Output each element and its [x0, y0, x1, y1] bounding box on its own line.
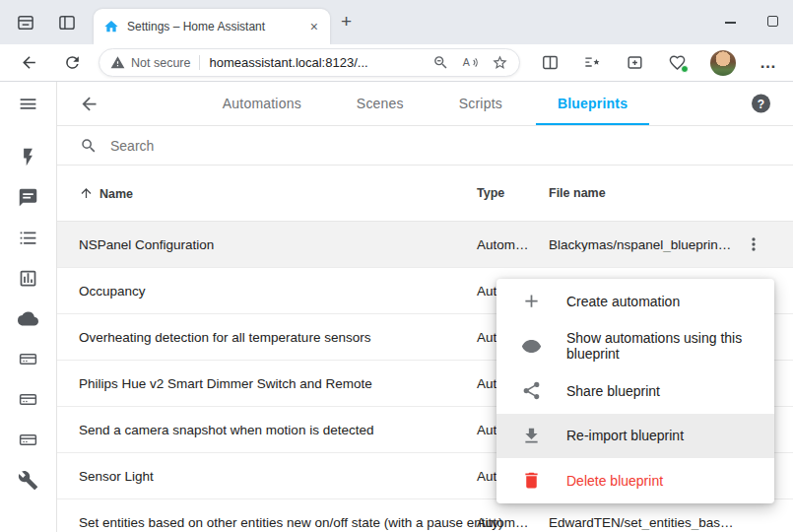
screen: Settings – Home Assistant × + Not secure… — [0, 0, 793, 532]
menu-item-label: Re-import blueprint — [566, 428, 684, 443]
table-header: Name Type File name — [57, 166, 793, 222]
browser-navbar: Not secure homeassistant.local:8123/... … — [0, 44, 793, 82]
search-placeholder: Search — [110, 138, 154, 154]
browser-menu-icon[interactable]: … — [760, 53, 777, 73]
sidebar-cloud-icon[interactable] — [18, 308, 38, 329]
row-type: Autom… — [477, 515, 529, 530]
security-label: Not secure — [131, 56, 190, 70]
row-name: Set entities based on other entities new… — [79, 515, 503, 530]
browser-tab[interactable]: Settings – Home Assistant × — [94, 9, 330, 44]
column-header-name[interactable]: Name — [79, 186, 133, 201]
blueprint-context-menu: Create automation Show automations using… — [496, 279, 774, 503]
help-icon[interactable]: ? — [752, 95, 770, 113]
tab-scenes[interactable]: Scenes — [329, 82, 431, 125]
tab-title: Settings – Home Assistant — [127, 20, 300, 33]
tab-scripts[interactable]: Scripts — [431, 82, 530, 125]
address-bar[interactable]: Not secure homeassistant.local:8123/... … — [99, 48, 520, 77]
tab-close-icon[interactable]: × — [308, 19, 320, 34]
sidebar-server-icon-3[interactable] — [18, 430, 38, 450]
sidebar-chat-icon[interactable] — [18, 187, 38, 208]
row-name: Sensor Light — [79, 469, 154, 484]
menu-item-label: Delete blueprint — [566, 473, 663, 489]
table-row[interactable]: NSPanel Configuration Autom… Blackymas/n… — [57, 222, 793, 268]
row-name: Send a camera snapshot when motion is de… — [79, 423, 373, 437]
browser-back-icon[interactable] — [20, 53, 38, 72]
address-divider — [199, 55, 200, 70]
workspaces-icon[interactable] — [16, 13, 35, 33]
collections-icon[interactable] — [626, 53, 644, 72]
home-assistant-favicon — [103, 19, 119, 34]
share-icon — [521, 380, 542, 401]
tab-automations[interactable]: Automations — [195, 82, 329, 125]
column-header-file[interactable]: File name — [549, 186, 606, 200]
tab-label: Scripts — [459, 96, 502, 111]
refresh-icon[interactable] — [63, 53, 82, 72]
svg-text:A: A — [463, 56, 471, 68]
sidebar-list-icon[interactable] — [18, 228, 38, 248]
window-minimize-button[interactable] — [725, 22, 736, 24]
menu-item-label: Show automations using this blueprint — [566, 330, 774, 362]
menu-item-create-automation[interactable]: Create automation — [496, 279, 774, 324]
menu-item-share-blueprint[interactable]: Share blueprint — [496, 368, 774, 414]
essentials-status-dot — [681, 65, 689, 73]
sidebar-flash-icon[interactable] — [18, 147, 38, 167]
menu-item-reimport-blueprint[interactable]: Re-import blueprint — [496, 414, 774, 459]
browser-toolbar: … — [541, 50, 777, 76]
not-secure-warning-icon — [110, 55, 125, 70]
ha-back-icon[interactable] — [79, 94, 99, 114]
vertical-tabs-icon[interactable] — [57, 13, 77, 33]
row-name: Overheating detection for all temperatur… — [79, 330, 370, 345]
hamburger-menu-icon[interactable] — [18, 94, 38, 114]
sort-ascending-icon — [79, 186, 94, 201]
sidebar-server-icon-1[interactable] — [18, 349, 38, 369]
read-aloud-icon[interactable]: A — [462, 54, 479, 71]
url-text: homeassistant.local:8123/... — [209, 55, 367, 70]
trash-icon — [521, 470, 542, 491]
ha-tab-bar: Automations Scenes Scripts Blueprints — [57, 82, 793, 125]
tab-label: Blueprints — [558, 96, 628, 111]
row-name: NSPanel Configuration — [79, 237, 214, 252]
favorites-icon[interactable] — [583, 53, 602, 72]
profile-avatar[interactable] — [710, 50, 736, 76]
row-type: Autom… — [477, 237, 529, 252]
eye-icon — [521, 336, 542, 357]
tab-label: Automations — [223, 96, 301, 111]
favorite-star-icon[interactable] — [492, 54, 508, 71]
row-name: Occupancy — [79, 284, 146, 299]
window-maximize-button[interactable] — [767, 16, 778, 27]
column-header-type[interactable]: Type — [477, 186, 504, 200]
plus-icon — [521, 291, 542, 311]
sidebar-chart-icon[interactable] — [18, 268, 38, 289]
table-row[interactable]: Set entities based on other entities new… — [57, 499, 793, 532]
browser-titlebar: Settings – Home Assistant × + — [0, 0, 793, 44]
download-icon — [521, 426, 542, 446]
row-file: Blackymas/nspanel_blueprin… — [549, 237, 731, 252]
tab-label: Scenes — [357, 96, 404, 111]
sidebar-wrench-icon[interactable] — [18, 470, 38, 491]
menu-item-show-automations[interactable]: Show automations using this blueprint — [496, 324, 774, 369]
browser-essentials-icon[interactable] — [668, 53, 687, 72]
ha-header: Automations Scenes Scripts Blueprints ? — [57, 82, 793, 126]
menu-item-label: Share blueprint — [566, 383, 660, 399]
search-bar[interactable]: Search — [57, 126, 793, 166]
zoom-out-icon[interactable] — [432, 54, 449, 71]
tab-blueprints[interactable]: Blueprints — [530, 82, 655, 125]
sidebar-server-icon-2[interactable] — [18, 389, 38, 410]
menu-item-delete-blueprint[interactable]: Delete blueprint — [496, 458, 774, 503]
row-name: Philips Hue v2 Smart Dimmer Switch and R… — [79, 376, 372, 391]
menu-item-label: Create automation — [566, 294, 680, 309]
ha-sidebar — [0, 82, 57, 532]
search-icon — [80, 137, 98, 155]
new-tab-button[interactable]: + — [341, 11, 352, 33]
kebab-menu-icon[interactable] — [744, 234, 763, 254]
row-file: EdwardTEN/set_entities_bas… — [549, 515, 734, 530]
split-screen-icon[interactable] — [541, 53, 560, 72]
